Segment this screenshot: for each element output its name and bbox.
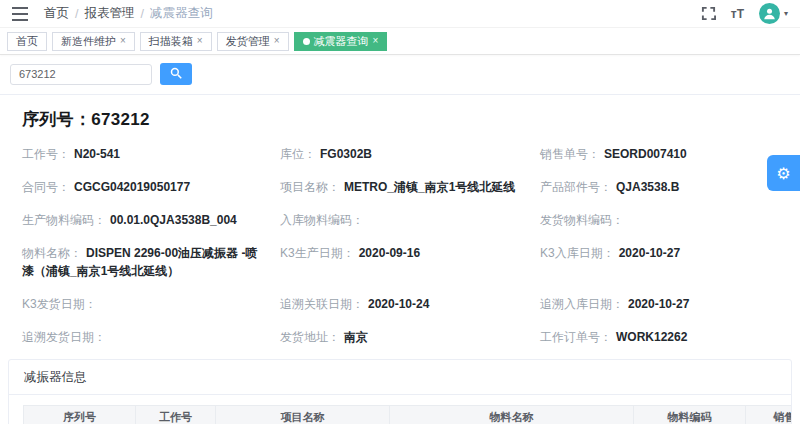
field-product-part-no: 产品部件号：QJA3538.B <box>540 170 790 203</box>
field-k3-production-date: K3生产日期：2020-09-16 <box>280 236 540 287</box>
settings-panel-button[interactable]: ⚙ <box>767 155 800 191</box>
breadcrumb: 首页 / 报表管理 / 减震器查询 <box>44 5 212 22</box>
field-trace-link-date: 追溯关联日期：2020-10-24 <box>280 287 540 320</box>
field-work-order-no: 工作订单号：WORK12262 <box>540 320 790 353</box>
breadcrumb-separator: / <box>75 7 78 21</box>
tags-view-bar: 首页 新造件维护 × 扫描装箱 × 发货管理 × 减震器查询 × <box>0 28 800 55</box>
close-icon[interactable]: × <box>274 36 280 46</box>
field-contract-no: 合同号：CGCG042019050177 <box>22 170 280 203</box>
fullscreen-icon[interactable] <box>701 6 716 21</box>
gear-icon: ⚙ <box>776 164 790 183</box>
col-serial-no: 序列号 <box>24 406 136 424</box>
field-k3-inbound-date: K3入库日期：2020-10-27 <box>540 236 790 287</box>
field-shipping-address: 发货地址：南京 <box>280 320 540 353</box>
field-trace-shipping-date: 追溯发货日期： <box>22 320 280 353</box>
field-material-name: 物料名称：DISPEN 2296-00油压减振器 -喷漆（浦镇_南京1号线北延线… <box>22 236 280 287</box>
search-bar <box>0 55 800 94</box>
close-icon[interactable]: × <box>197 36 203 46</box>
top-navbar: 首页 / 报表管理 / 减震器查询 тT ▾ <box>0 0 800 28</box>
page-title: 序列号：673212 <box>0 95 800 131</box>
search-button[interactable] <box>160 63 192 85</box>
table-header-row: 序列号 工作号 项目名称 物料名称 物料编码 销售单号 <box>24 406 792 424</box>
field-production-material-code: 生产物料编码：00.01.0QJA3538B_004 <box>22 203 280 236</box>
field-work-no: 工作号：N20-541 <box>22 137 280 170</box>
col-material-code: 物料编码 <box>634 406 746 424</box>
caret-down-icon[interactable]: ▾ <box>784 10 788 18</box>
serial-search-input[interactable] <box>10 64 152 85</box>
col-project-name: 项目名称 <box>216 406 390 424</box>
panel-body: 序列号 工作号 项目名称 物料名称 物料编码 销售单号 673212 N20-5… <box>9 395 791 424</box>
col-material-name: 物料名称 <box>390 406 634 424</box>
navbar-right-tools: тT ▾ <box>701 3 788 24</box>
tab-damper-query-active[interactable]: 减震器查询 × <box>294 32 388 51</box>
field-sales-order: 销售单号：SEORD007410 <box>540 137 790 170</box>
tab-home[interactable]: 首页 <box>7 32 47 51</box>
detail-fields: 工作号：N20-541 库位：FG0302B 销售单号：SEORD007410 … <box>0 131 800 357</box>
breadcrumb-current: 减震器查询 <box>150 5 213 22</box>
field-k3-shipping-date: K3发货日期： <box>22 287 280 320</box>
close-icon[interactable]: × <box>120 36 126 46</box>
active-tab-dot <box>303 38 310 45</box>
breadcrumb-separator: / <box>140 7 143 21</box>
field-shipping-material-code: 发货物料编码： <box>540 203 790 236</box>
breadcrumb-home[interactable]: 首页 <box>44 5 69 22</box>
field-bin-location: 库位：FG0302B <box>280 137 540 170</box>
field-inbound-material-code: 入库物料编码： <box>280 203 540 236</box>
panel-title: 减振器信息 <box>9 360 791 395</box>
tab-scan-packing[interactable]: 扫描装箱 × <box>140 32 212 51</box>
avatar[interactable] <box>759 3 780 24</box>
close-icon[interactable]: × <box>373 36 379 46</box>
breadcrumb-report-mgmt[interactable]: 报表管理 <box>84 5 134 22</box>
hamburger-menu-icon[interactable] <box>12 7 28 21</box>
user-menu[interactable]: ▾ <box>759 3 788 24</box>
col-sales-order: 销售单号 <box>746 406 792 424</box>
search-icon <box>170 67 182 82</box>
damper-table: 序列号 工作号 项目名称 物料名称 物料编码 销售单号 673212 N20-5… <box>23 405 791 424</box>
font-size-icon[interactable]: тT <box>731 7 744 21</box>
tab-new-part-maintenance[interactable]: 新造件维护 × <box>52 32 135 51</box>
col-work-no: 工作号 <box>136 406 216 424</box>
tab-shipping-mgmt[interactable]: 发货管理 × <box>217 32 289 51</box>
field-trace-inbound-date: 追溯入库日期：2020-10-27 <box>540 287 790 320</box>
field-project-name: 项目名称：METRO_浦镇_南京1号线北延线 <box>280 170 540 203</box>
damper-info-panel: 减振器信息 序列号 工作号 项目名称 物料名称 物料编码 销售单号 673212 <box>8 359 792 424</box>
